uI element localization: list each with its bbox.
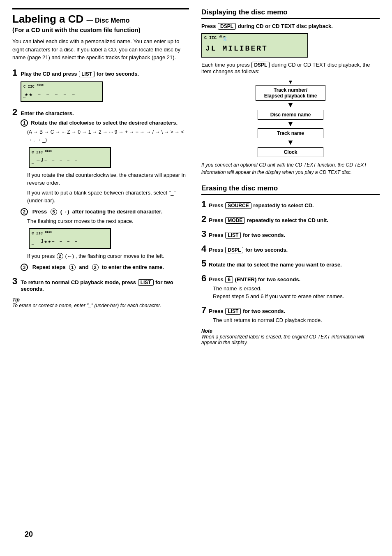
- display-section: Displaying the disc memo Press DSPL duri…: [201, 8, 380, 176]
- title-subtitle: — Disc Memo: [87, 17, 130, 24]
- back-note: If you press 2 (←) , the flashing cursor…: [27, 252, 189, 260]
- tip-text: To erase or correct a name, enter "_" (u…: [12, 303, 161, 308]
- flow-item-3: Track name: [258, 128, 323, 138]
- list-button-1: LIST: [79, 71, 95, 77]
- left-column: Labeling a CD — Disc Memo (For a CD unit…: [12, 8, 189, 354]
- erasing-step-4: 4 Press DSPL for two seconds.: [201, 243, 380, 254]
- step-2-num: 2: [12, 107, 17, 118]
- right-column: Displaying the disc memo Press DSPL duri…: [201, 8, 380, 354]
- erasing-step-5: 5 Rotate the dial to select the name you…: [201, 258, 380, 269]
- dspl-button-1: DSPL: [218, 23, 236, 30]
- step-3-label: To return to normal CD playback mode, pr…: [21, 279, 189, 292]
- tip-box: Tip To erase or correct a name, enter "_…: [12, 297, 189, 308]
- step-1-num: 1: [12, 67, 17, 78]
- sub-step-2-1: 1 Rotate the dial clockwise to select th…: [21, 119, 189, 205]
- list-button-3: LIST: [138, 279, 154, 286]
- flow-item-4: Clock: [258, 147, 323, 157]
- step-1: 1 Play the CD and press LIST for two sec…: [12, 67, 189, 102]
- erasing-section-title: Erasing the disc memo: [201, 184, 380, 195]
- counterclockwise-note: If you rotate the dial counterclockwise,…: [27, 171, 189, 187]
- step-2: 2 Enter the characters. 1 Rotate the dia…: [12, 107, 189, 271]
- step-2-label: Enter the characters.: [21, 110, 74, 116]
- flow-item-1: Track number/Elapsed playback time: [256, 85, 326, 101]
- display-italic-note: If you connect an optional CD unit with …: [201, 161, 380, 176]
- page-number: 20: [25, 530, 33, 539]
- blank-note: If you want to put a blank space between…: [27, 189, 189, 205]
- erasing-note: Note When a personalized label is erased…: [201, 328, 380, 345]
- display-intro: Press DSPL during CD or CD TEXT disc pla…: [201, 23, 380, 30]
- subtitle-line: (For a CD unit with the custom file func…: [12, 26, 189, 33]
- dspl-button-2: DSPL: [251, 62, 270, 68]
- erasing-step-2: 2 Press MODE repeatedly to select the CD…: [201, 214, 380, 225]
- erasing-step-1: 1 Press SOURCE repeatedly to select CD.: [201, 199, 380, 210]
- step-3: 3 To return to normal CD playback mode, …: [12, 276, 189, 292]
- circle-b2: 2: [92, 264, 99, 271]
- erasing-step-3: 3 Press LIST for two seconds.: [201, 229, 380, 239]
- circle-b1: 1: [69, 264, 76, 271]
- erasing-step-6: 6 Press 6 (ENTER) for two seconds.The na…: [201, 273, 380, 301]
- note-text: When a personalized label is erased, the…: [201, 334, 364, 345]
- erasing-step-7: 7 Press LIST for two seconds.The unit re…: [201, 305, 380, 324]
- cursor-note: The flashing cursor moves to the next sp…: [27, 217, 189, 225]
- note-title: Note: [201, 328, 212, 334]
- circle-5: 5: [51, 208, 57, 215]
- display-section-title: Displaying the disc memo: [201, 8, 380, 19]
- chars-sequence: (A → B → C → ··· Z → 0 → 1 → 2 → ··· 9 →…: [27, 128, 189, 144]
- sub-step-2-2: 2 Press 5 (→) after locating the desired…: [21, 208, 189, 260]
- page-title: Labeling a CD — Disc Memo: [12, 8, 189, 25]
- flow-diagram: ▼ Track number/Elapsed playback time ▼ D…: [201, 79, 380, 157]
- erasing-steps: 1 Press SOURCE repeatedly to select CD. …: [201, 199, 380, 324]
- flow-item-2: Disc memo name: [258, 110, 323, 120]
- lcd-display-2b: C IIC disc J★★– – – – ←: [29, 228, 111, 249]
- intro-text: You can label each disc with a personali…: [12, 37, 189, 62]
- sub-step-2-3: 3 Repeat steps 1 and 2 to enter the enti…: [21, 264, 189, 271]
- step-1-label: Play the CD and press LIST for two secon…: [21, 71, 139, 77]
- lcd-display-1: C IIC disc ★★ – – – – – ←: [21, 81, 103, 102]
- step-3-num: 3: [12, 276, 17, 287]
- lcd-display-2a: C IIC disc —J– – – – – ←: [29, 147, 111, 168]
- erasing-section: Erasing the disc memo 1 Press SOURCE rep…: [201, 184, 380, 346]
- each-time-text: Each time you press DSPL during CD or CD…: [201, 62, 380, 74]
- lcd-display-disc-memo: C IIC disc 💿 JL MILIBERT: [201, 33, 308, 58]
- title-text: Labeling a CD: [12, 13, 83, 25]
- circle-2: 2: [57, 253, 63, 259]
